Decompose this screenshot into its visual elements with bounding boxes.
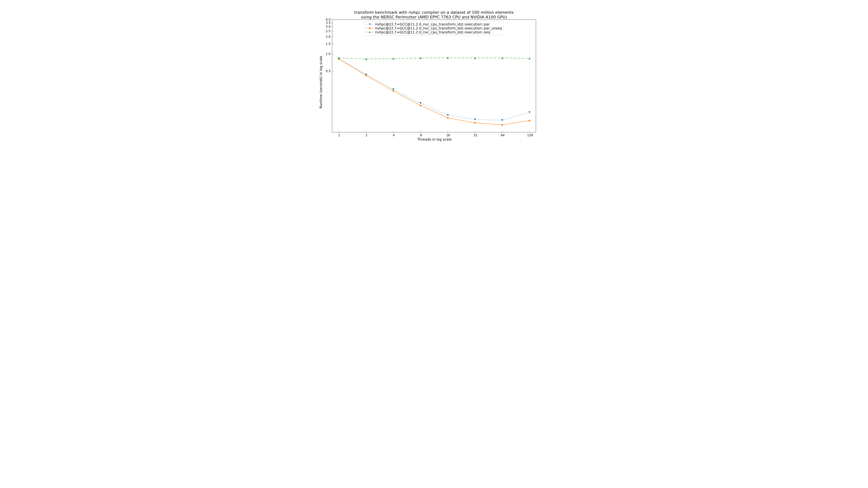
series-line-1 <box>339 59 529 125</box>
svg-point-19 <box>369 28 371 29</box>
circle-icon <box>366 27 374 30</box>
series-marker-1 <box>420 105 421 106</box>
y-tick-0: 0.5 <box>326 69 331 73</box>
x-tick-2: 4 <box>391 133 396 137</box>
legend: nvhpc@22.7+GCC@11.2.0_nvc_cpu_transform_… <box>364 21 504 35</box>
triangle-up-icon <box>366 31 374 34</box>
series-marker-1 <box>529 120 530 122</box>
x-tick-5: 32 <box>473 133 478 137</box>
y-tick-5: 3.0 <box>326 25 331 28</box>
figure: transform benchmark with nvhpc compiler … <box>298 0 570 153</box>
series-marker-1 <box>447 117 448 119</box>
legend-swatch-par <box>366 23 374 26</box>
chart-title: transform benchmark with nvhpc compiler … <box>298 10 570 20</box>
legend-item-par: nvhpc@22.7+GCC@11.2.0_nvc_cpu_transform_… <box>366 22 502 26</box>
series-marker-2 <box>393 58 394 60</box>
series-marker-0 <box>529 111 531 113</box>
series-marker-1 <box>501 124 503 126</box>
legend-swatch-seq <box>366 31 374 34</box>
y-tick-6: 3.5 <box>326 21 331 25</box>
triangle-down-icon <box>366 23 374 26</box>
legend-swatch-par-unseq <box>366 27 374 30</box>
legend-label-par: nvhpc@22.7+GCC@11.2.0_nvc_cpu_transform_… <box>375 22 490 26</box>
y-tick-1: 1.0 <box>326 52 331 56</box>
series-marker-0 <box>447 114 449 116</box>
series-marker-0 <box>393 88 394 90</box>
series-line-2 <box>339 58 529 59</box>
plot-area <box>332 20 536 132</box>
x-tick-1: 2 <box>364 133 369 137</box>
legend-label-seq: nvhpc@22.7+GCC@11.2.0_nvc_cpu_transform_… <box>375 30 490 34</box>
svg-marker-17 <box>369 24 371 25</box>
x-axis-label: Threads in log scale <box>417 137 452 141</box>
legend-item-par-unseq: nvhpc@22.7+GCC@11.2.0_nvc_cpu_transform_… <box>366 26 502 30</box>
series-line-0 <box>339 59 529 120</box>
legend-item-seq: nvhpc@22.7+GCC@11.2.0_nvc_cpu_transform_… <box>366 30 502 34</box>
series-marker-1 <box>365 75 367 76</box>
x-tick-7: 128 <box>527 133 532 137</box>
y-tick-3: 2.0 <box>326 35 331 38</box>
x-tick-6: 64 <box>500 133 505 137</box>
y-axis-label: Runtime (seconds) in log scale <box>319 56 323 108</box>
series-marker-1 <box>393 90 394 92</box>
series-marker-1 <box>474 122 476 124</box>
y-tick-4: 2.5 <box>326 29 331 33</box>
x-tick-3: 8 <box>418 133 424 137</box>
y-tick-7: 4.0 <box>326 18 331 21</box>
plot-svg <box>332 20 536 132</box>
y-tick-2: 1.5 <box>326 42 331 45</box>
x-tick-0: 1 <box>337 133 342 137</box>
series-marker-0 <box>420 102 422 104</box>
x-tick-4: 16 <box>445 133 451 137</box>
legend-label-par-unseq: nvhpc@22.7+GCC@11.2.0_nvc_cpu_transform_… <box>375 26 502 30</box>
